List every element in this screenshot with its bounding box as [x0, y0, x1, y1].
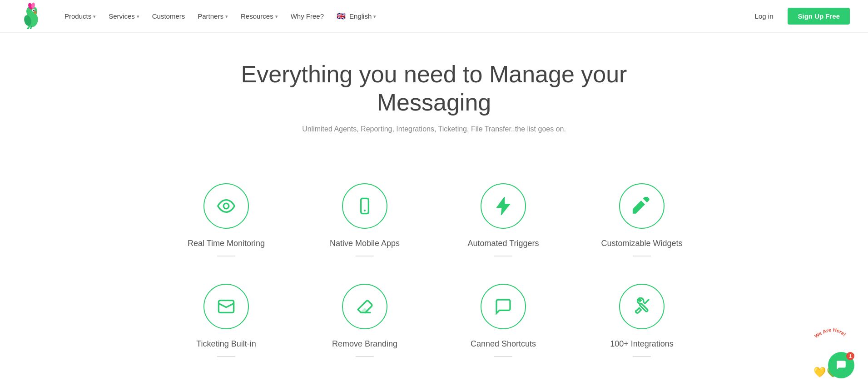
- nav-item-customers[interactable]: Customers: [147, 9, 191, 24]
- hero-subtitle: Unlimited Agents, Reporting, Integration…: [18, 125, 850, 133]
- logo[interactable]: [18, 2, 45, 31]
- chevron-down-icon: ▾: [137, 14, 139, 20]
- feature-label-monitoring: Real Time Monitoring: [188, 239, 265, 248]
- feature-remove-branding: Remove Branding: [296, 270, 434, 366]
- chevron-down-icon: ▾: [373, 14, 376, 20]
- svg-point-6: [33, 10, 35, 11]
- mobile-icon: [356, 197, 374, 215]
- nav-right: Log in Sign Up Free: [748, 8, 850, 25]
- nav-items: Products ▾ Services ▾ Customers Partners…: [59, 8, 382, 24]
- feature-native-mobile-apps: Native Mobile Apps: [296, 170, 434, 266]
- chat-icon: [494, 297, 512, 316]
- chat-button[interactable]: 1: [828, 352, 854, 371]
- feature-label-widgets: Customizable Widgets: [601, 239, 682, 248]
- features-row-1: Real Time Monitoring Native Mobile Apps …: [139, 170, 729, 266]
- feature-label-ticketing: Ticketing Built-in: [196, 339, 256, 349]
- flag-icon: 🇬🇧: [337, 12, 346, 20]
- feature-divider: [494, 256, 512, 256]
- feature-icon-wrap-shortcuts: [481, 284, 526, 329]
- nav-item-language[interactable]: 🇬🇧 English ▾: [331, 8, 382, 24]
- envelope-icon: [217, 297, 235, 316]
- hero-section: Everything you need to Manage your Messa…: [0, 33, 868, 170]
- feature-label-triggers: Automated Triggers: [467, 239, 539, 248]
- feature-icon-wrap-integrations: [619, 284, 665, 329]
- nav-item-services[interactable]: Services ▾: [103, 9, 145, 24]
- chat-notification-badge: 1: [846, 352, 854, 360]
- feature-label-branding: Remove Branding: [332, 339, 397, 349]
- eye-icon: [217, 197, 235, 215]
- nav-item-partners[interactable]: Partners ▾: [192, 9, 233, 24]
- feature-icon-wrap-branding: [342, 284, 387, 329]
- nav-item-products[interactable]: Products ▾: [59, 9, 101, 24]
- feature-icon-wrap-mobile: [342, 183, 387, 229]
- feature-integrations: 100+ Integrations: [573, 270, 711, 366]
- eraser-icon: [356, 297, 374, 316]
- chevron-down-icon: ▾: [225, 14, 228, 20]
- feature-canned-shortcuts: Canned Shortcuts: [434, 270, 573, 366]
- brush-icon: [633, 197, 651, 215]
- feature-divider: [494, 356, 512, 357]
- feature-icon-wrap-widgets: [619, 183, 665, 229]
- svg-text:We Are Here!: We Are Here!: [813, 322, 848, 346]
- nav-item-why-free[interactable]: Why Free?: [285, 9, 329, 24]
- signup-button[interactable]: Sign Up Free: [788, 8, 850, 25]
- bolt-icon: [494, 197, 512, 215]
- chevron-down-icon: ▾: [275, 14, 278, 20]
- feature-label-integrations: 100+ Integrations: [610, 339, 674, 349]
- features-row-2: Ticketing Built-in Remove Branding Canne…: [139, 270, 729, 366]
- feature-divider: [217, 256, 235, 256]
- feature-divider: [633, 256, 651, 256]
- svg-point-7: [34, 10, 37, 13]
- feature-label-shortcuts: Canned Shortcuts: [471, 339, 536, 349]
- feature-real-time-monitoring: Real Time Monitoring: [157, 170, 296, 266]
- chat-widget: We Are Here! 💛 💚 1: [828, 352, 854, 371]
- emoji-yellow: 💛: [813, 367, 826, 371]
- nav-left: Products ▾ Services ▾ Customers Partners…: [18, 2, 382, 31]
- feature-icon-wrap-triggers: [481, 183, 526, 229]
- feature-label-mobile: Native Mobile Apps: [330, 239, 400, 248]
- chevron-down-icon: ▾: [93, 14, 96, 20]
- login-button[interactable]: Log in: [748, 9, 781, 24]
- feature-ticketing: Ticketing Built-in: [157, 270, 296, 366]
- navbar: Products ▾ Services ▾ Customers Partners…: [0, 0, 868, 33]
- hero-title: Everything you need to Manage your Messa…: [230, 60, 639, 117]
- feature-divider: [633, 356, 651, 357]
- feature-divider: [356, 256, 374, 256]
- feature-icon-wrap-ticketing: [203, 284, 249, 329]
- feature-divider: [356, 356, 374, 357]
- svg-point-8: [223, 203, 229, 209]
- feature-icon-wrap-monitoring: [203, 183, 249, 229]
- feature-customizable-widgets: Customizable Widgets: [573, 170, 711, 266]
- tools-icon: [633, 297, 651, 316]
- feature-divider: [217, 356, 235, 357]
- feature-automated-triggers: Automated Triggers: [434, 170, 573, 266]
- nav-item-resources[interactable]: Resources ▾: [235, 9, 283, 24]
